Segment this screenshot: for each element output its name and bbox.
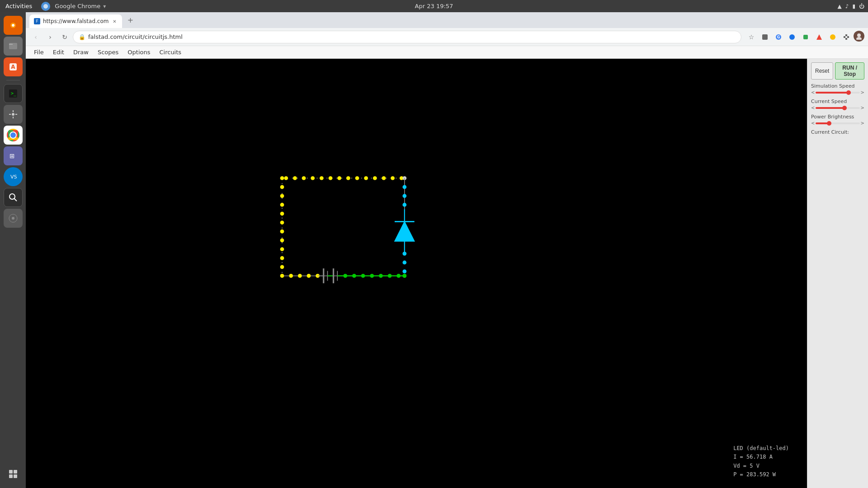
browser-tab-active[interactable]: F https://www.falstad.com ✕	[29, 14, 122, 28]
svg-rect-27	[762, 34, 768, 40]
sidebar-item-settings[interactable]	[4, 105, 23, 124]
svg-rect-13	[13, 117, 14, 118]
sidebar-item-files[interactable]	[4, 37, 23, 56]
power-brightness-right-arrow[interactable]: >	[861, 121, 864, 126]
menu-scopes[interactable]: Scopes	[93, 47, 123, 57]
url-bar[interactable]: 🔒 falstad.com/circuit/circuitjs.html	[73, 31, 741, 43]
sidebar-item-teams[interactable]: ⊞	[4, 146, 23, 165]
power-brightness-thumb[interactable]	[827, 121, 831, 126]
extensions-icon[interactable]	[840, 31, 853, 43]
svg-point-41	[293, 176, 297, 180]
menu-circuits[interactable]: Circuits	[155, 47, 186, 57]
circuit-canvas[interactable]: LED (default-led) I = 56.718 A Vd = 5 V …	[26, 59, 807, 488]
svg-text:A: A	[11, 64, 15, 70]
sidebar-item-grid[interactable]	[4, 465, 23, 483]
main-content: LED (default-led) I = 56.718 A Vd = 5 V …	[26, 59, 868, 488]
run-stop-button[interactable]: RUN / Stop	[835, 62, 864, 80]
svg-point-97	[280, 274, 284, 278]
power-icon: ⏻	[859, 3, 864, 9]
simulation-speed-slider[interactable]	[816, 92, 859, 94]
svg-point-98	[280, 176, 284, 180]
sidebar-item-disks[interactable]	[4, 209, 23, 228]
svg-point-91	[361, 274, 365, 278]
reload-button[interactable]: ↻	[58, 31, 71, 43]
current-speed-left-arrow[interactable]: <	[811, 105, 815, 110]
battery-icon: ▮	[852, 3, 855, 9]
svg-point-76	[402, 269, 406, 273]
app-menu-arrow[interactable]: ▾	[103, 3, 106, 9]
tab-favicon: F	[34, 18, 40, 24]
current-speed-thumb[interactable]	[842, 106, 847, 110]
svg-point-3	[12, 24, 14, 27]
simulation-speed-right-arrow[interactable]: >	[861, 90, 864, 95]
back-button[interactable]: ‹	[29, 31, 42, 43]
ext-icon-2[interactable]: G	[772, 31, 785, 43]
simulation-speed-left-arrow[interactable]: <	[811, 90, 815, 95]
reset-button[interactable]: Reset	[811, 62, 833, 80]
svg-point-61	[280, 230, 284, 234]
svg-rect-5	[9, 44, 13, 45]
sidebar-divider-1	[6, 80, 20, 80]
sidebar-item-search[interactable]	[4, 188, 23, 207]
sidebar-item-vscode[interactable]: VS	[4, 167, 23, 186]
tab-close-button[interactable]: ✕	[111, 18, 118, 24]
ext-icon-1[interactable]	[759, 31, 771, 43]
ext-icon-3[interactable]	[786, 31, 798, 43]
volume-icon: ♪	[845, 3, 849, 9]
sidebar-item-store[interactable]: A	[4, 57, 23, 76]
svg-rect-26	[14, 474, 17, 478]
svg-rect-31	[803, 35, 808, 39]
ext-icon-5[interactable]	[813, 31, 826, 43]
sidebar-item-chrome[interactable]	[4, 126, 23, 145]
simulation-speed-section: Simulation Speed < >	[811, 83, 864, 95]
svg-point-79	[298, 274, 302, 278]
power-brightness-label: Power Brightness	[811, 114, 864, 120]
forward-button[interactable]: ›	[44, 31, 57, 43]
tab-title: https://www.falstad.com	[43, 18, 108, 24]
component-name: LED (default-led)	[733, 444, 789, 453]
activities-button[interactable]: Activities	[0, 0, 38, 12]
ext-icon-6[interactable]	[826, 31, 839, 43]
security-icon: 🔒	[79, 34, 85, 40]
svg-text:VS: VS	[10, 174, 17, 180]
component-info: LED (default-led) I = 56.718 A Vd = 5 V …	[733, 444, 789, 479]
svg-rect-23	[9, 470, 13, 474]
current-speed-slider[interactable]	[816, 107, 859, 109]
simulation-speed-thumb[interactable]	[846, 90, 851, 95]
current-speed-label: Current Speed	[811, 99, 864, 104]
svg-text:>_: >_	[11, 91, 17, 96]
os-topbar: Activities Google Chrome ▾ Apr 23 19:57 …	[0, 0, 868, 12]
current-speed-fill	[816, 107, 844, 109]
sidebar-item-firefox[interactable]	[4, 16, 23, 35]
current-speed-right-arrow[interactable]: >	[861, 105, 864, 110]
svg-point-78	[289, 274, 293, 278]
ext-icon-4[interactable]	[799, 31, 812, 43]
svg-point-80	[307, 274, 311, 278]
profile-avatar[interactable]	[854, 31, 864, 42]
svg-rect-15	[15, 114, 17, 115]
svg-rect-12	[13, 110, 14, 112]
simulation-speed-slider-row: < >	[811, 90, 864, 95]
control-buttons: Reset RUN / Stop	[811, 62, 864, 80]
svg-point-67	[402, 185, 406, 189]
sidebar-item-terminal[interactable]: >_	[4, 84, 23, 103]
svg-point-47	[346, 176, 350, 180]
svg-point-60	[280, 221, 284, 225]
svg-point-52	[391, 176, 395, 180]
bookmark-icon[interactable]: ☆	[745, 31, 758, 43]
menu-options[interactable]: Options	[123, 47, 155, 57]
svg-point-64	[280, 256, 284, 260]
svg-point-92	[370, 274, 374, 278]
menu-file[interactable]: File	[29, 47, 48, 57]
new-tab-button[interactable]: +	[124, 14, 137, 27]
svg-point-32	[830, 34, 835, 40]
chrome-icon	[7, 129, 19, 141]
menu-draw[interactable]: Draw	[69, 47, 93, 57]
menu-edit[interactable]: Edit	[48, 47, 69, 57]
svg-point-40	[284, 176, 288, 180]
svg-point-99	[402, 274, 406, 278]
power-brightness-left-arrow[interactable]: <	[811, 121, 815, 126]
power-brightness-slider[interactable]	[816, 122, 859, 124]
component-voltage: Vd = 5 V	[733, 462, 789, 470]
simulation-speed-fill	[816, 92, 849, 94]
